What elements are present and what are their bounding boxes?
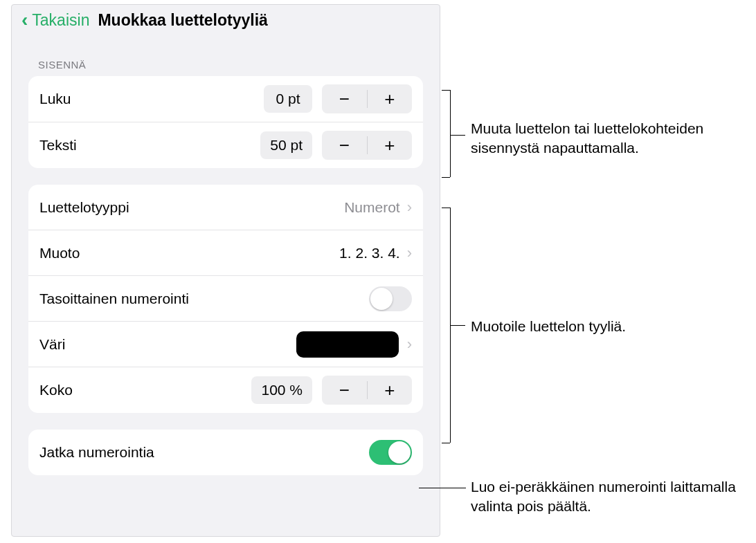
- size-stepper: − +: [322, 376, 412, 405]
- indent-chapter-stepper: − +: [322, 84, 412, 113]
- callout-indent: Muuta luettelon tai luettelokohteiden si…: [471, 119, 734, 158]
- indent-text-row: Teksti 50 pt − +: [28, 122, 423, 168]
- indent-text-label: Teksti: [39, 137, 260, 154]
- minus-button[interactable]: −: [322, 84, 367, 113]
- list-type-value: Numerot: [344, 199, 400, 216]
- indent-text-stepper: − +: [322, 131, 412, 160]
- panel-body: SISENNÄ Luku 0 pt − + Teksti 50 pt − +: [12, 37, 440, 535]
- tiered-numbering-row: Tasoittainen numerointi: [28, 276, 423, 322]
- format-label: Muoto: [39, 245, 339, 261]
- callout-bracket-tick: [442, 177, 450, 178]
- indent-group: Luku 0 pt − + Teksti 50 pt − +: [28, 76, 423, 168]
- callout-bracket-tick: [442, 443, 450, 443]
- format-row[interactable]: Muoto 1. 2. 3. 4. ›: [28, 230, 423, 276]
- list-type-label: Luettelotyyppi: [39, 199, 344, 216]
- panel-header: ‹ Takaisin Muokkaa luettelotyyliä: [12, 5, 440, 37]
- tiered-numbering-switch[interactable]: [369, 286, 412, 311]
- callout-style: Muotoile luettelon tyyliä.: [471, 317, 734, 336]
- format-value: 1. 2. 3. 4.: [339, 245, 400, 261]
- indent-chapter-value[interactable]: 0 pt: [264, 85, 312, 113]
- continue-numbering-label: Jatka numerointia: [39, 444, 369, 461]
- indent-chapter-label: Luku: [39, 91, 264, 107]
- back-button-label[interactable]: Takaisin: [32, 11, 89, 30]
- size-label: Koko: [39, 382, 251, 398]
- chevron-right-icon: ›: [407, 244, 412, 262]
- plus-button[interactable]: +: [368, 131, 413, 160]
- switch-knob: [388, 441, 411, 463]
- style-group: Luettelotyyppi Numerot › Muoto 1. 2. 3. …: [28, 185, 423, 413]
- size-row: Koko 100 % − +: [28, 367, 423, 413]
- color-row[interactable]: Väri ›: [28, 322, 423, 367]
- callout-continue: Luo ei-peräkkäinen numerointi laittamall…: [471, 477, 748, 517]
- continue-numbering-switch[interactable]: [369, 440, 412, 465]
- callout-bracket-tick: [442, 208, 450, 208]
- continue-numbering-row: Jatka numerointia: [28, 430, 423, 475]
- callout-line: [450, 325, 465, 326]
- tiered-numbering-label: Tasoittainen numerointi: [39, 291, 369, 307]
- callout-line: [419, 488, 466, 488]
- callout-line: [450, 135, 465, 136]
- color-swatch: [296, 331, 399, 358]
- indent-text-value[interactable]: 50 pt: [260, 131, 312, 159]
- switch-knob: [370, 288, 393, 310]
- callout-bracket-tick: [442, 90, 450, 91]
- continue-group: Jatka numerointia: [28, 430, 423, 475]
- minus-button[interactable]: −: [322, 131, 367, 160]
- list-type-row[interactable]: Luettelotyyppi Numerot ›: [28, 185, 423, 230]
- plus-button[interactable]: +: [368, 376, 413, 405]
- size-value[interactable]: 100 %: [251, 376, 312, 404]
- settings-panel: ‹ Takaisin Muokkaa luettelotyyliä SISENN…: [11, 4, 440, 537]
- chevron-right-icon: ›: [407, 199, 412, 217]
- color-label: Väri: [39, 336, 296, 353]
- indent-chapter-row: Luku 0 pt − +: [28, 76, 423, 122]
- indent-section-label: SISENNÄ: [28, 37, 423, 76]
- chevron-right-icon: ›: [407, 335, 412, 353]
- back-chevron-icon[interactable]: ‹: [21, 10, 28, 30]
- callout-bracket: [450, 90, 451, 177]
- plus-button[interactable]: +: [368, 84, 413, 113]
- page-title: Muokkaa luettelotyyliä: [98, 11, 267, 30]
- minus-button[interactable]: −: [322, 376, 367, 405]
